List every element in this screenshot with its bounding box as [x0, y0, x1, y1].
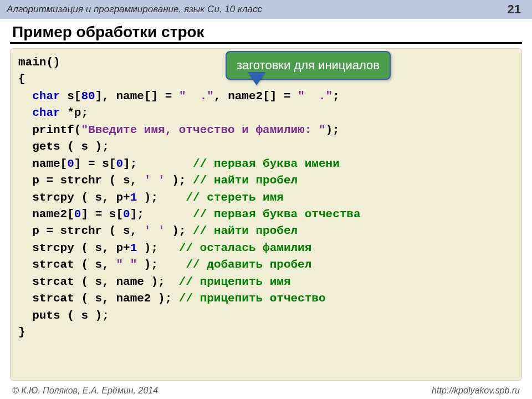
callout-tail — [249, 73, 264, 85]
code-block: main() { char s[80], name[] = " .", name… — [10, 48, 522, 381]
subject-label: Алгоритмизация и программирование, язык … — [7, 4, 262, 15]
page-number: 21 — [508, 2, 525, 17]
title-underline — [10, 42, 522, 44]
footer-url: http://kpolyakov.spb.ru — [432, 386, 520, 396]
footer: © К.Ю. Поляков, Е.А. Ерёмин, 2014 http:/… — [0, 386, 532, 396]
footer-authors: © К.Ю. Поляков, Е.А. Ерёмин, 2014 — [12, 386, 158, 396]
slide-title: Пример обработки строк — [12, 23, 532, 41]
header-bar: Алгоритмизация и программирование, язык … — [0, 0, 532, 19]
